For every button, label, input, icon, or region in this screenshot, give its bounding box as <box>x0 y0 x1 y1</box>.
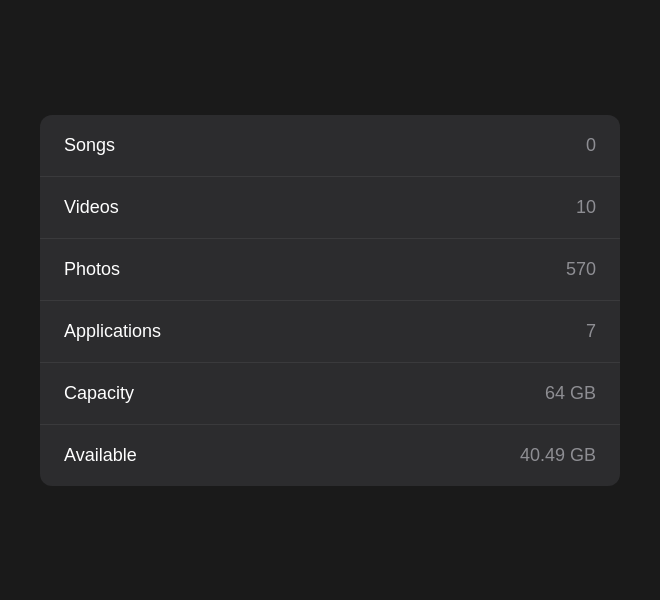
row-value: 64 GB <box>545 383 596 404</box>
table-row: Songs0 <box>40 115 620 177</box>
table-row: Capacity64 GB <box>40 363 620 425</box>
row-value: 570 <box>566 259 596 280</box>
table-row: Photos570 <box>40 239 620 301</box>
row-label: Available <box>64 445 137 466</box>
row-label: Photos <box>64 259 120 280</box>
row-label: Songs <box>64 135 115 156</box>
row-value: 7 <box>586 321 596 342</box>
row-value: 40.49 GB <box>520 445 596 466</box>
row-label: Applications <box>64 321 161 342</box>
row-value: 10 <box>576 197 596 218</box>
row-label: Capacity <box>64 383 134 404</box>
table-row: Videos10 <box>40 177 620 239</box>
table-row: Applications7 <box>40 301 620 363</box>
info-card: Songs0Videos10Photos570Applications7Capa… <box>40 115 620 486</box>
row-value: 0 <box>586 135 596 156</box>
table-row: Available40.49 GB <box>40 425 620 486</box>
row-label: Videos <box>64 197 119 218</box>
